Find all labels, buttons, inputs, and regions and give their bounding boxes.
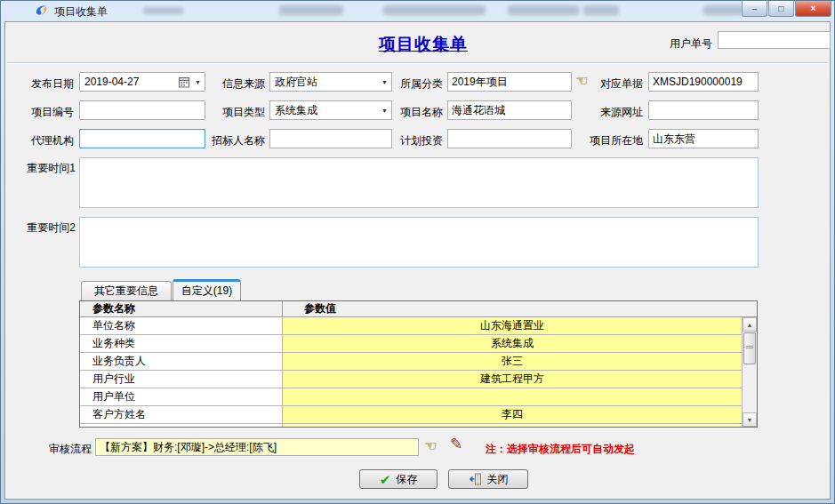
save-button[interactable]: ✔ 保存 bbox=[359, 469, 438, 489]
project-type-label: 项目类型 bbox=[188, 105, 265, 120]
source-url-input[interactable] bbox=[648, 100, 759, 120]
vertical-scrollbar[interactable]: ▲ ▼ bbox=[742, 317, 757, 427]
project-no-label: 项目编号 bbox=[10, 105, 74, 120]
door-exit-icon bbox=[469, 473, 482, 485]
agency-label: 代理机构 bbox=[10, 133, 74, 148]
table-row[interactable]: 业务负责人 张三 bbox=[80, 353, 742, 371]
project-name-label: 项目名称 bbox=[374, 105, 443, 120]
release-date-picker[interactable]: 2019-04-27 ▼ bbox=[79, 72, 205, 92]
agency-input[interactable] bbox=[79, 129, 205, 148]
app-window: 项目收集单 – □ × 项目收集单 用户单号 发布日期 2019-04-27 ▼ bbox=[0, 0, 835, 504]
close-button[interactable]: × bbox=[795, 1, 831, 17]
project-no-input[interactable] bbox=[79, 100, 205, 120]
review-flow-label: 审核流程 bbox=[26, 442, 92, 457]
table-row[interactable]: 客户方姓名 李四 bbox=[80, 406, 742, 424]
important-time2-label: 重要时间2 bbox=[10, 220, 76, 236]
redacted-text bbox=[703, 5, 743, 15]
tab-other-info[interactable]: 其它重要信息 bbox=[81, 281, 172, 300]
release-date-label: 发布日期 bbox=[10, 76, 74, 92]
info-source-value: 政府官站 bbox=[275, 75, 317, 90]
redacted-text bbox=[383, 5, 486, 15]
scrollbar-thumb[interactable] bbox=[743, 332, 756, 364]
category-label: 所属分类 bbox=[374, 76, 443, 92]
location-input[interactable] bbox=[648, 129, 759, 148]
planned-investment-label: 计划投资 bbox=[374, 133, 443, 148]
review-flow-input[interactable] bbox=[95, 438, 419, 456]
redacted-text bbox=[583, 5, 619, 15]
important-time1-label: 重要时间1 bbox=[10, 161, 76, 176]
review-note: 注：选择审核流程后可自动发起 bbox=[486, 442, 635, 457]
check-icon: ✔ bbox=[380, 473, 391, 486]
redacted-text bbox=[279, 5, 343, 15]
source-url-label: 来源网址 bbox=[570, 105, 643, 120]
table-body: 单位名称 山东海通置业 业务种类 系统集成 业务负责人 张三 用户行业 建筑工程… bbox=[80, 317, 742, 427]
table-row[interactable]: 业务种类 系统集成 bbox=[80, 335, 742, 353]
table-row[interactable]: 用户行业 建筑工程甲方 bbox=[80, 371, 742, 388]
param-value-header: 参数值 bbox=[283, 301, 757, 316]
pointing-hand-icon[interactable]: ☜ bbox=[424, 439, 437, 453]
table-row[interactable]: 职位 bbox=[80, 424, 742, 427]
release-date-value: 2019-04-27 bbox=[84, 76, 139, 88]
window-title: 项目收集单 bbox=[54, 4, 108, 20]
doc-no-label: 对应单据 bbox=[570, 76, 643, 92]
tab-custom[interactable]: 自定义(19) bbox=[173, 279, 241, 300]
redacted-text bbox=[143, 7, 183, 14]
table-header-row: 参数名称 参数值 bbox=[80, 301, 757, 317]
user-no-input[interactable] bbox=[718, 31, 831, 49]
minimize-button[interactable]: – bbox=[742, 1, 767, 17]
bidder-name-label: 招标人名称 bbox=[188, 133, 265, 148]
location-label: 项目所在地 bbox=[570, 133, 643, 148]
category-input[interactable] bbox=[447, 72, 572, 92]
user-no-label: 用户单号 bbox=[623, 36, 712, 52]
title-bar[interactable]: 项目收集单 – □ × bbox=[1, 1, 834, 20]
window-controls: – □ × bbox=[741, 1, 831, 17]
project-name-input[interactable] bbox=[447, 100, 572, 120]
form-title: 项目收集单 bbox=[357, 33, 490, 56]
close-form-button[interactable]: 关闭 bbox=[448, 469, 528, 489]
info-source-label: 信息来源 bbox=[188, 76, 265, 92]
app-logo-icon bbox=[35, 4, 49, 18]
param-name-header: 参数名称 bbox=[80, 301, 283, 316]
planned-investment-input[interactable] bbox=[447, 129, 572, 148]
scroll-down-icon[interactable]: ▼ bbox=[743, 412, 757, 427]
maximize-button[interactable]: □ bbox=[768, 1, 794, 17]
table-row[interactable]: 单位名称 山东海通置业 bbox=[80, 317, 742, 335]
scroll-up-icon[interactable]: ▲ bbox=[743, 317, 757, 332]
parameter-table: 参数名称 参数值 单位名称 山东海通置业 业务种类 系统集成 业务负责人 张三 … bbox=[79, 300, 758, 428]
important-time1-textarea[interactable] bbox=[79, 157, 759, 208]
doc-no-input[interactable] bbox=[648, 72, 759, 92]
header-divider bbox=[7, 62, 828, 64]
project-type-value: 系统集成 bbox=[275, 103, 317, 118]
edit-pen-icon[interactable]: ✎ bbox=[450, 435, 462, 453]
important-time2-textarea[interactable] bbox=[79, 217, 759, 268]
redacted-text bbox=[508, 5, 579, 15]
table-row[interactable]: 用户单位 bbox=[80, 388, 742, 406]
